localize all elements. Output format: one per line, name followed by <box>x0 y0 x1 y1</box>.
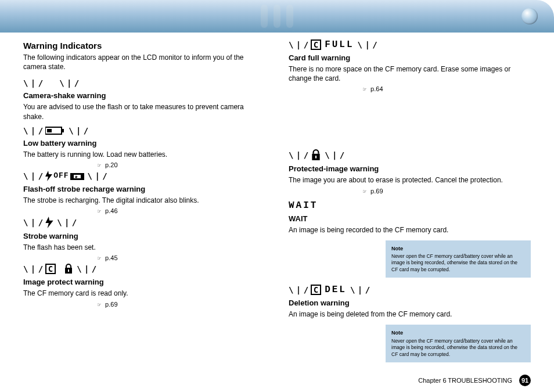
page-header-bar <box>0 0 554 33</box>
header-notches <box>261 5 293 28</box>
page-ref-text: p.45 <box>105 254 117 261</box>
item-body: The image you are about to erase is prot… <box>289 175 531 185</box>
blink-marks-left: \ | / <box>289 40 307 49</box>
svg-rect-2 <box>47 129 52 132</box>
indicator-card-delete: \ | / C DEL \ | / <box>289 285 531 295</box>
blink-marks-left: \ | / <box>23 264 42 274</box>
chapter-title: Chapter 6 TROUBLESHOOTING <box>418 377 512 384</box>
right-column: \ | / C FULL \ | / Card full warning The… <box>289 37 531 367</box>
item-heading: Low battery warning <box>23 139 265 148</box>
page-ref-icon: ☞ <box>363 86 366 92</box>
svg-text:C: C <box>314 285 318 294</box>
card-c-icon: C <box>311 285 321 295</box>
blink-marks-left: \ | / <box>289 285 307 294</box>
blink-marks-right: \ | / <box>325 150 343 160</box>
off-label: OFF <box>53 171 69 180</box>
indicator-card-full: \ | / C FULL \ | / <box>289 39 531 50</box>
item-heading: Flash-off strobe recharge warning <box>23 185 265 193</box>
left-column: Warning Indicators The following indicat… <box>23 37 265 367</box>
svg-rect-11 <box>68 269 69 272</box>
item-body: There is no more space on the CF memory … <box>289 64 531 83</box>
strobe-recharge-icon <box>70 171 84 181</box>
blink-marks-left: \ | / <box>23 126 42 135</box>
del-label: DEL <box>325 285 347 295</box>
blink-marks-right: \ | / <box>69 126 87 135</box>
lock-icon <box>64 264 73 274</box>
item-body: The flash has been set. <box>23 243 265 252</box>
svg-rect-1 <box>62 129 64 132</box>
page-ref-text: p.46 <box>105 207 117 214</box>
blink-marks-right: \ | / <box>88 171 106 181</box>
page-ref-text: p.20 <box>105 161 117 168</box>
item-body: An image is being recorded to the CF mem… <box>289 225 531 235</box>
indicator-card-protect: \ | / C \ | / <box>23 264 265 274</box>
blink-marks-right: \ | / <box>77 264 95 274</box>
page-ref-icon: ☞ <box>98 301 101 308</box>
page-ref: ☞ p.45 <box>98 254 265 261</box>
callout-text: Never open the CF memory card/battery co… <box>391 338 525 358</box>
blink-marks-left: \ | / <box>289 150 307 160</box>
header-notch <box>261 5 268 28</box>
page-ref-icon: ☞ <box>98 162 101 168</box>
flash-bolt-icon <box>45 171 52 181</box>
content-columns: Warning Indicators The following indicat… <box>0 33 554 367</box>
callout-title: Note <box>391 245 525 252</box>
callout-title: Note <box>391 329 525 336</box>
page-ref: ☞ p.69 <box>363 188 531 195</box>
header-notch <box>274 5 280 28</box>
page-ref: ☞ p.64 <box>363 85 531 92</box>
item-heading: Camera-shake warning <box>23 91 265 100</box>
page-ref-icon: ☞ <box>98 208 101 214</box>
indicator-low-battery: \ | / \ | / <box>23 126 265 135</box>
note-callout: Note Never open the CF memory card/batte… <box>386 240 531 278</box>
item-body: The CF memory card is read only. <box>23 289 265 298</box>
svg-marker-7 <box>45 217 53 228</box>
item-heading: Deletion warning <box>289 299 531 307</box>
svg-text:C: C <box>314 40 318 49</box>
page-ref-icon: ☞ <box>363 188 366 195</box>
item-body: You are advised to use the flash or to t… <box>23 102 265 121</box>
item-heading: Card full warning <box>289 53 531 62</box>
page-number: 91 <box>519 375 531 386</box>
section-title: Warning Indicators <box>23 41 265 51</box>
svg-rect-15 <box>315 156 316 158</box>
indicator-flash-off-recharge: \ | / OFF \ | / <box>23 171 265 181</box>
blink-marks-right: \ | / <box>57 218 75 227</box>
item-body: The battery is running low. Load new bat… <box>23 150 265 159</box>
page-ref-text: p.64 <box>370 85 383 92</box>
wait-label: WAIT <box>289 200 531 211</box>
blink-marks-left: \ | / <box>23 171 42 181</box>
full-label: FULL <box>325 39 354 50</box>
page-ref-text: p.69 <box>105 301 117 308</box>
item-heading: Image protect warning <box>23 278 265 286</box>
blink-marks-right: \ | / <box>350 285 369 294</box>
note-callout: Note Never open the CF memory card/batte… <box>386 325 531 362</box>
camera-lens-icon <box>521 8 538 24</box>
item-body: The strobe is recharging. The digital in… <box>23 196 265 205</box>
card-c-icon: C <box>45 264 56 274</box>
page-ref: ☞ p.20 <box>98 161 265 168</box>
card-c-icon: C <box>311 39 321 50</box>
indicator-camera-shake: \ | / \ | / <box>23 78 265 88</box>
section-intro: The following indicators appear on the L… <box>23 53 265 71</box>
page-ref-text: p.69 <box>370 188 383 195</box>
lock-icon <box>311 149 321 161</box>
header-notch <box>286 5 293 28</box>
battery-low-icon <box>45 126 65 135</box>
blink-marks-left: \ | / <box>23 78 42 88</box>
page-footer: Chapter 6 TROUBLESHOOTING 91 <box>418 375 531 386</box>
page-ref: ☞ p.69 <box>98 301 265 308</box>
indicator-protected-image: \ | / \ | / <box>289 149 531 161</box>
blink-marks-left: \ | / <box>23 218 42 227</box>
blink-marks-right: \ | / <box>358 40 376 49</box>
page-ref: ☞ p.46 <box>98 207 265 214</box>
svg-marker-3 <box>45 171 52 181</box>
item-heading: Protected-image warning <box>289 164 531 173</box>
callout-text: Never open the CF memory card/battery co… <box>391 253 525 273</box>
flash-bolt-icon <box>45 217 53 228</box>
item-body: An image is being deleted from the CF me… <box>289 310 531 319</box>
page-ref-icon: ☞ <box>98 255 101 261</box>
blink-marks-right: \ | / <box>59 78 78 88</box>
item-heading: Strobe warning <box>23 232 265 240</box>
svg-text:C: C <box>48 264 53 274</box>
